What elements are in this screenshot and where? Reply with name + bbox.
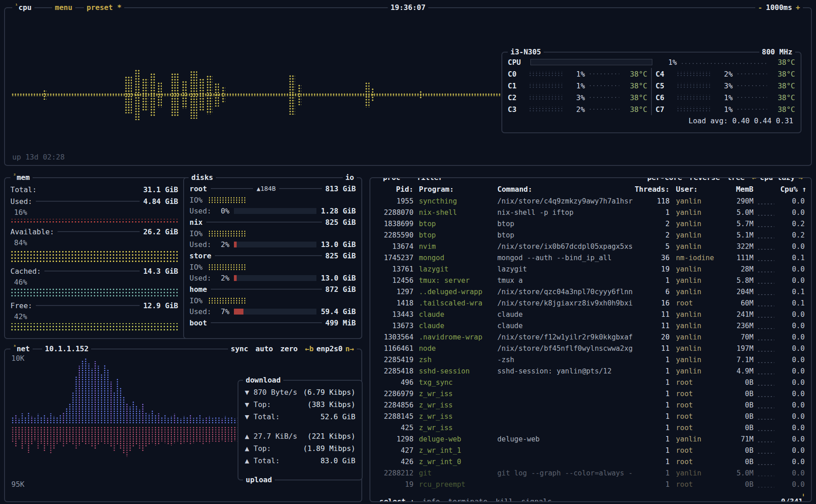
core-activity-graph [676,71,710,77]
process-mem-graph [757,316,774,319]
process-cpu: 0.0 [776,344,806,353]
disk-title-row: nix 825 GiB [189,216,356,228]
terminate-button[interactable]: terminate [448,496,488,502]
process-row[interactable]: 2286979 z_wr_iss 1 root 0B 0.0 [370,388,811,399]
disks-io-toggle[interactable]: io [343,172,357,183]
filter-button[interactable]: filter [414,177,446,183]
process-row[interactable]: 1303564 .navidrome-wrap /nix/store/f12w1… [370,331,811,343]
tree-toggle[interactable]: tree [727,177,745,183]
rate-increase-button[interactable]: + [796,2,800,13]
process-command: sshd-session: yanlin@pts/12 [497,367,633,375]
process-row[interactable]: 425 z_wr_iss 1 root 0B 0.0 [370,422,811,433]
process-row[interactable]: 1166461 node /nix/store/bf45nflf0wylnscw… [370,343,811,354]
net-next-iface-button[interactable]: n→ [345,344,354,354]
net-box-title[interactable]: ³net [10,344,33,354]
upload-graph-column [148,426,151,445]
process-row[interactable]: 1955 syncthing /nix/store/c4q9zmkzy9awy7… [370,195,811,207]
column-command[interactable]: Command: [497,185,633,194]
cpu-box-title[interactable]: ¹cpu [12,2,34,13]
process-row[interactable]: 427 z_wr_int_1 1 root 0B 0.0 [370,445,811,456]
info-button[interactable]: info [423,496,440,502]
process-cpu: 0.0 [776,322,806,330]
reverse-toggle[interactable]: reverse [690,177,720,183]
process-row[interactable]: 1745237 mongod mongod --auth --bind_ip_a… [370,252,811,263]
process-row[interactable]: 2288145 z_wr_iss 1 root 0B 0.0 [370,411,811,422]
download-graph-column [53,416,55,424]
per-core-toggle[interactable]: per-core [647,177,682,183]
process-row[interactable]: 2285418 sshd-session sshd-session: yanli… [370,365,811,377]
process-row[interactable]: 13674 nvim /nix/store/ix0b67dcdpl05xpagx… [370,241,811,252]
process-row[interactable]: 426 z_wr_int_0 1 root 0B 0.0 [370,456,811,467]
upload-graph-column [186,426,189,442]
process-row[interactable]: 1297 ..deluged-wrapp /nix/store/qzc04a3n… [370,286,811,297]
preset-name[interactable]: cpu lazy [760,177,795,183]
mem-stat: Used: 4.84 GiB 16% [10,195,178,223]
net-stat-label: ▲ Total: [245,456,280,465]
cpu-total-label: CPU [508,58,526,67]
process-row[interactable]: 2284856 z_wr_iss 1 root 0B 0.0 [370,399,811,411]
net-stat-row: ▲ Total: 83.0 GiB [245,455,355,467]
process-row[interactable]: 496 txg_sync 1 root 0B 0.0 [370,377,811,388]
process-row[interactable]: 2285419 zsh -zsh 1 yanlin 7.1M 0.0 [370,354,811,365]
process-command: nix-shell -p iftop [497,208,633,217]
net-stat-value: 83.0 GiB [321,456,355,465]
process-program: syncthing [413,197,497,205]
process-row[interactable]: 19 rcu_preempt 1 root 0B 0.0 [370,479,811,490]
mem-box-title[interactable]: ²mem [10,172,33,183]
cpu-graph-spike [365,82,369,107]
preset-prev-button[interactable]: ← [752,177,757,183]
process-user: yanlin [670,276,719,285]
process-row[interactable]: 1298 deluge-web deluge-web 1 yanlin 71M … [370,433,811,445]
column-cpu[interactable]: Cpu% ↑ [776,185,806,194]
preset-button[interactable]: preset * [84,2,124,13]
download-graph-column [157,413,160,424]
signals-button[interactable]: signals [521,496,552,502]
download-graph-column [199,415,201,424]
upload-graph-column [43,426,46,451]
process-row[interactable]: 2288070 nix-shell nix-shell -p iftop 1 y… [370,207,811,218]
process-row[interactable]: 13443 claude claude 11 yanlin 241M 0.0 [370,309,811,320]
core-temp: 38°C [771,105,795,114]
process-user: root [670,378,719,387]
core-row: C1 1% 38°C C5 3% 38°C [508,80,795,92]
process-mem: 0B [719,480,753,489]
column-user[interactable]: User: [670,185,719,194]
net-auto-toggle[interactable]: auto [256,344,273,354]
proc-box-title[interactable]: ⁴proc [377,177,403,183]
kill-button[interactable]: kill [495,496,513,502]
process-row[interactable]: 13761 lazygit lazygit 19 yanlin 28M 0.0 [370,263,811,275]
disk-used-row: Used: 0% 1.28 GiB [189,205,356,216]
column-mem[interactable]: MemB [719,185,753,194]
rate-decrease-button[interactable]: - [758,2,763,13]
process-row[interactable]: 1838699 btop btop 2 yanlin 5.7M 0.2 [370,218,811,229]
process-row[interactable]: 13673 claude claude 11 yanlin 236M 0.0 [370,320,811,331]
net-sync-toggle[interactable]: sync [231,344,248,354]
download-graph-column [122,396,125,424]
column-pid[interactable]: Pid: [375,185,413,194]
upload-graph-column [53,426,55,449]
download-graph-column [59,415,62,424]
mem-stat-value: 26.2 GiB [143,228,178,236]
process-user: yanlin [670,288,719,296]
process-row[interactable]: 2285590 btop btop 2 yanlin 5.1M 0.2 [370,229,811,241]
disks-box-title[interactable]: disks [189,172,216,183]
disk-used-bar [234,309,316,315]
process-mem: 5.7M [719,220,753,228]
net-prev-iface-button[interactable]: ←b [305,344,314,354]
process-pid: 1838699 [375,220,413,228]
process-row[interactable]: 12456 tmux: server tmux a 1 yanlin 5.8M … [370,275,811,286]
select-button[interactable]: select ↓ [379,496,414,502]
core-label: C5 [656,82,674,90]
column-threads[interactable]: Threads: [633,185,670,194]
download-graph-column [103,364,106,424]
download-graph-column [129,407,131,424]
menu-button[interactable]: menu [52,2,75,13]
process-row[interactable]: 2288212 git git log --graph --color=alwa… [370,467,811,479]
upload-graph-column [126,426,128,457]
preset-next-button[interactable]: → [798,177,803,183]
disk-used-row: Used: 2% 13.0 GiB [189,272,356,283]
column-program[interactable]: Program: [413,185,497,194]
net-zero-toggle[interactable]: zero [280,344,298,354]
process-row[interactable]: 1418 .tailscaled-wra /nix/store/k8jgiaxr… [370,297,811,309]
process-threads: 5 [633,242,670,251]
